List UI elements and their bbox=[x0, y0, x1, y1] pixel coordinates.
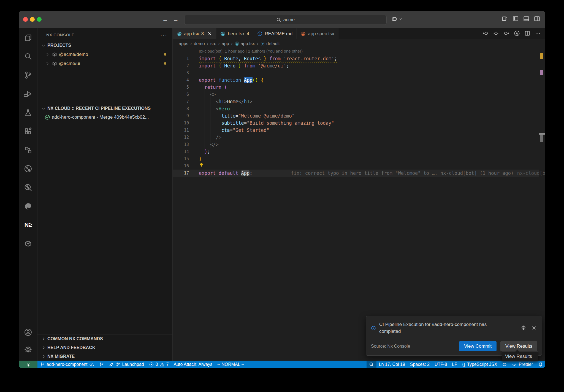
breadcrumb-item-default[interactable]: default bbox=[260, 41, 280, 46]
tab-app.spec.tsx[interactable]: app.spec.tsx bbox=[297, 28, 338, 39]
code-line-2[interactable]: 2import { Hero } from '@acme/ui'; bbox=[173, 62, 539, 69]
close-window-button[interactable] bbox=[23, 17, 28, 22]
activity-item-search[interactable] bbox=[19, 47, 37, 66]
edge-browser-icon bbox=[24, 202, 32, 210]
split-editor-button[interactable] bbox=[524, 30, 530, 37]
breadcrumb-item-apps[interactable]: apps bbox=[179, 41, 188, 46]
code-line-4[interactable]: 4export function App() { bbox=[173, 77, 539, 84]
breadcrumb-item-demo[interactable]: demo bbox=[194, 41, 205, 46]
status-launchpad[interactable]: Launchpad bbox=[107, 361, 147, 368]
code-area[interactable]: 1import { Route, Routes } from 'react-ro… bbox=[173, 55, 539, 177]
gitlens-forward-button[interactable] bbox=[503, 30, 509, 37]
more-actions-icon[interactable]: ··· bbox=[160, 32, 167, 38]
view-results-button[interactable]: View Results bbox=[500, 341, 537, 351]
copilot-menu[interactable] bbox=[391, 16, 403, 22]
line-number: 17 bbox=[173, 170, 189, 177]
status-problems[interactable]: 07 bbox=[147, 361, 171, 368]
extensions-icon bbox=[24, 127, 32, 135]
project-item[interactable]: @acme/ui bbox=[37, 59, 172, 68]
section-common-nx-commands[interactable]: COMMON NX COMMANDS bbox=[37, 334, 172, 343]
breadcrumb-item-app.tsx[interactable]: app.tsx bbox=[235, 41, 255, 46]
tab-hero.tsx[interactable]: hero.tsx4 bbox=[216, 28, 253, 39]
code-line-16[interactable]: 16 bbox=[173, 162, 539, 170]
gitlens-current-button[interactable] bbox=[493, 30, 499, 37]
code-line-5[interactable]: 5 return ( bbox=[173, 84, 539, 91]
code-line-14[interactable]: 14 ); bbox=[173, 148, 539, 155]
activity-item-testing[interactable] bbox=[19, 103, 37, 122]
activity-item-edge-browser[interactable] bbox=[19, 197, 37, 216]
status-zoom[interactable] bbox=[367, 361, 376, 368]
activity-item-references[interactable] bbox=[19, 141, 37, 159]
status-branch[interactable]: add-hero-component bbox=[37, 361, 97, 368]
history-forward-icon[interactable]: → bbox=[171, 15, 180, 24]
status-eol[interactable]: LF bbox=[449, 361, 460, 368]
code-line-12[interactable]: 12 /> bbox=[173, 134, 539, 141]
code-line-8[interactable]: 8 <Hero bbox=[173, 105, 539, 112]
minimize-window-button[interactable] bbox=[30, 17, 35, 22]
code-line-7[interactable]: 7 <h1>Home</h1> bbox=[173, 98, 539, 105]
status-auto-attach[interactable]: Auto Attach: Always bbox=[171, 361, 215, 368]
project-item[interactable]: @acme/demo bbox=[37, 50, 172, 59]
panel-bottom-button[interactable] bbox=[523, 15, 530, 23]
scrollbar-handle[interactable] bbox=[540, 135, 543, 142]
close-icon[interactable] bbox=[207, 31, 212, 36]
package-icon bbox=[52, 52, 57, 57]
breadcrumb-separator: › bbox=[257, 41, 258, 47]
activity-item-extensions[interactable] bbox=[19, 122, 37, 141]
status-formatter[interactable]: Prettier bbox=[509, 361, 535, 368]
breadcrumb-item-app[interactable]: app bbox=[222, 41, 229, 46]
breadcrumb-item-src[interactable]: src bbox=[210, 41, 216, 46]
activity-bar-top: N≥ bbox=[19, 28, 37, 324]
layout-customize-button[interactable] bbox=[501, 15, 508, 23]
tab-app.tsx[interactable]: app.tsx3 bbox=[173, 28, 216, 39]
code-line-13[interactable]: 13 </> bbox=[173, 141, 539, 148]
status-indentation[interactable]: Spaces: 2 bbox=[408, 361, 432, 368]
code-line-17[interactable]: 17export default App;fix: correct typo i… bbox=[173, 170, 539, 177]
code-line-11[interactable]: 11 cta="Get Started" bbox=[173, 127, 539, 134]
status-notifications[interactable] bbox=[535, 361, 545, 368]
section-nx-cloud[interactable]: NX CLOUD :: RECENT CI PIPELINE EXECUTION… bbox=[37, 104, 172, 113]
inline-blame: fix: correct typo in hero title from "We… bbox=[291, 170, 514, 176]
activity-item-nx-cloud[interactable] bbox=[19, 159, 37, 178]
activity-item-run-debug[interactable] bbox=[19, 85, 37, 103]
activity-item-account[interactable] bbox=[19, 324, 37, 341]
gitlens-back-button[interactable] bbox=[482, 30, 489, 37]
status-cursor-position[interactable]: Ln 17, Col 19 bbox=[376, 361, 408, 368]
code-line-3[interactable]: 3 bbox=[173, 69, 539, 77]
status-vim-mode[interactable]: -- NORMAL -- bbox=[215, 361, 247, 368]
activity-item-nx-console[interactable]: N≥ bbox=[19, 216, 37, 234]
section-help-and-feedback[interactable]: HELP AND FEEDBACK bbox=[37, 343, 172, 352]
tab-README.md[interactable]: README.md bbox=[253, 28, 297, 39]
activity-item-explorer[interactable] bbox=[19, 28, 37, 47]
gear-icon[interactable] bbox=[521, 321, 526, 335]
code-line-9[interactable]: 9 title="Welcome @acme/demo" bbox=[173, 112, 539, 119]
close-icon[interactable] bbox=[531, 321, 537, 335]
activity-item-gitlens[interactable] bbox=[19, 178, 37, 197]
status-encoding[interactable]: UTF-8 bbox=[432, 361, 449, 368]
history-back-icon[interactable]: ← bbox=[161, 15, 170, 24]
status-git-graph[interactable] bbox=[97, 361, 107, 368]
maximize-window-button[interactable] bbox=[37, 17, 42, 22]
status-language[interactable]: {}TypeScript JSX bbox=[460, 361, 500, 368]
rocket-icon bbox=[109, 362, 114, 367]
commit-graph-button[interactable] bbox=[514, 30, 520, 37]
section-nx-migrate[interactable]: NX MIGRATE bbox=[37, 352, 172, 361]
pipeline-execution-item[interactable]: add-hero-component - Merge 409b44e5cb02.… bbox=[37, 113, 172, 122]
status-copilot[interactable] bbox=[500, 361, 509, 368]
panel-left-button[interactable] bbox=[512, 15, 519, 23]
activity-item-containers[interactable] bbox=[19, 234, 37, 253]
command-center-search[interactable]: acme bbox=[184, 15, 387, 25]
code-line-15[interactable]: 15} bbox=[173, 155, 539, 162]
section-projects[interactable]: PROJECTS bbox=[37, 41, 172, 50]
activity-item-source-control[interactable] bbox=[19, 66, 37, 85]
code-line-10[interactable]: 10 subtitle="Build something amazing tod… bbox=[173, 119, 539, 127]
more-button[interactable] bbox=[535, 30, 541, 37]
view-commit-button[interactable]: View Commit bbox=[459, 341, 497, 351]
collapsed-sections: COMMON NX COMMANDSHELP AND FEEDBACKNX MI… bbox=[37, 334, 172, 361]
status-remote[interactable] bbox=[19, 361, 37, 368]
panel-right-button[interactable] bbox=[534, 15, 540, 23]
code-line-1[interactable]: 1import { Route, Routes } from 'react-ro… bbox=[173, 55, 539, 62]
symbol-default-icon bbox=[260, 41, 265, 46]
activity-item-settings[interactable] bbox=[19, 341, 37, 358]
code-line-6[interactable]: 6 <> bbox=[173, 91, 539, 98]
